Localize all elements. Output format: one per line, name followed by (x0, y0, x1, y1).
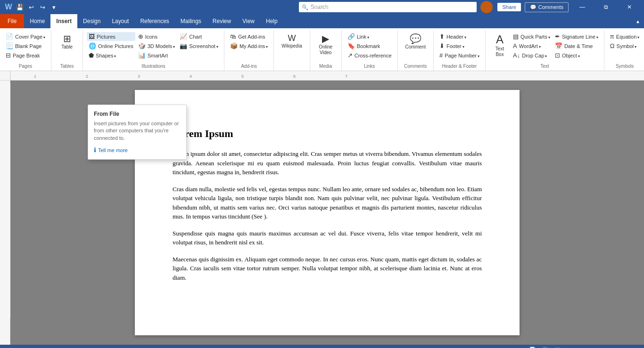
comment-button[interactable]: 💬 Comment (402, 32, 429, 52)
paragraph-1: Lorem ipsum dolor sit amet, consectetur … (173, 149, 482, 177)
close-button[interactable]: ✕ (619, 0, 640, 14)
bookmark-button[interactable]: 🔖 Bookmark (346, 41, 394, 50)
3d-models-button[interactable]: 🎲 3D Models▾ (136, 41, 177, 50)
signature-line-button[interactable]: ✒ Signature Line▾ (553, 32, 600, 41)
text-label: Text (489, 62, 600, 71)
save-icon[interactable]: 💾 (15, 2, 25, 12)
wordart-icon: A (513, 42, 517, 49)
shapes-button[interactable]: ⬟ Shapes▾ (87, 51, 135, 60)
paragraph-2: Cras diam nulla, molestie sed felis vel,… (173, 185, 482, 221)
ribbon-group-text: A TextBox ▤ Quick Parts▾ A WordArt▾ A↓ D… (486, 30, 604, 71)
tab-help[interactable]: Help (260, 14, 283, 28)
icons-icon: ⊕ (138, 33, 143, 40)
read-view-icon[interactable]: 📖 (553, 347, 561, 348)
header-icon: ⬆ (439, 33, 445, 40)
header-button[interactable]: ⬆ Header▾ (438, 32, 481, 41)
equation-button[interactable]: π Equation▾ (608, 32, 641, 41)
cross-reference-icon: ↗ (347, 52, 353, 59)
icons-button[interactable]: ⊕ Icons (136, 32, 177, 41)
comment-icon: 💬 (530, 4, 537, 10)
tab-view[interactable]: View (237, 14, 260, 28)
document-title: Lorem Ipsum (173, 128, 482, 140)
chart-button[interactable]: 📈 Chart (178, 32, 220, 41)
screenshot-button[interactable]: 📷 Screenshot▾ (178, 41, 220, 50)
word-icon[interactable]: W (4, 2, 13, 12)
smartart-button[interactable]: 📊 SmartArt (136, 51, 177, 60)
layout-view-icon[interactable]: 📄 (529, 347, 537, 348)
dropcap-button[interactable]: A↓ Drop Cap▾ (511, 51, 552, 60)
svg-text:4: 4 (190, 74, 192, 79)
link-button[interactable]: 🔗 Link▾ (346, 32, 394, 41)
online-pictures-icon: 🌐 (89, 42, 96, 49)
pictures-button[interactable]: 🖼 Pictures (87, 32, 135, 41)
redo-icon[interactable]: ↪ (38, 2, 47, 12)
cross-reference-button[interactable]: ↗ Cross-reference (346, 51, 394, 60)
date-time-button[interactable]: 📅 Date & Time (553, 41, 600, 50)
footer-icon: ⬇ (439, 42, 445, 49)
wordart-button[interactable]: A WordArt▾ (511, 41, 552, 50)
ribbon-tab-bar: File Home Insert Design Layout Reference… (0, 14, 644, 28)
wikipedia-button[interactable]: W Wikipedia (278, 32, 305, 51)
get-addins-button[interactable]: 🛍 Get Add-ins (228, 32, 270, 41)
tab-home[interactable]: Home (24, 14, 50, 28)
avatar[interactable] (480, 1, 493, 13)
textbox-button[interactable]: A TextBox (489, 32, 510, 59)
wikipedia-icon: W (288, 34, 296, 42)
illustrations-label: Illustrations (87, 62, 220, 71)
ribbon-content: 📄 Cover Page▾ 📃 Blank Page ⊟ Page Break … (0, 28, 644, 71)
page-break-button[interactable]: ⊟ Page Break (4, 51, 47, 60)
page-number-button[interactable]: # Page Number▾ (438, 51, 481, 60)
page-number-icon: # (439, 52, 443, 59)
ruler: 1 2 3 4 5 6 7 (0, 71, 644, 81)
table-button[interactable]: ⊞ Table (55, 32, 79, 52)
bookmark-icon: 🔖 (347, 42, 355, 49)
svg-text:6: 6 (293, 74, 296, 79)
tooltip-link[interactable]: ℹ Tell me more (94, 146, 181, 154)
tab-file[interactable]: File (0, 14, 24, 28)
page-break-icon: ⊟ (6, 52, 11, 59)
customize-qat-icon[interactable]: ▾ (49, 2, 58, 12)
document-page: Lorem Ipsum Lorem ipsum dolor sit amet, … (135, 90, 520, 335)
comments-label: Comments (402, 62, 429, 71)
date-time-icon: 📅 (555, 42, 562, 49)
web-view-icon[interactable]: 🌐 (541, 347, 549, 348)
tab-mailings[interactable]: Mailings (175, 14, 207, 28)
my-addins-icon: 📦 (230, 42, 238, 49)
ruler-corner (0, 71, 10, 80)
status-right: Focus 📄 🌐 📖 — + 120% (510, 347, 639, 348)
tab-references[interactable]: References (134, 14, 174, 28)
tab-insert[interactable]: Insert (50, 14, 77, 28)
svg-rect-0 (10, 71, 644, 80)
tooltip-title: From File (94, 111, 181, 117)
my-addins-button[interactable]: 📦 My Add-ins▾ (228, 41, 270, 50)
comments-button[interactable]: 💬 Comments (525, 2, 569, 12)
dropcap-icon: A↓ (513, 52, 520, 59)
share-button[interactable]: Share (497, 3, 520, 11)
tables-label: Tables (55, 62, 79, 71)
online-video-button[interactable]: ▶ OnlineVideo (314, 32, 338, 57)
online-pictures-button[interactable]: 🌐 Online Pictures (87, 41, 135, 50)
symbol-button[interactable]: Ω Symbol▾ (608, 41, 641, 50)
horizontal-ruler: 1 2 3 4 5 6 7 (10, 71, 644, 80)
tab-layout[interactable]: Layout (106, 14, 134, 28)
blank-page-button[interactable]: 📃 Blank Page (4, 41, 47, 50)
restore-button[interactable]: ⧉ (595, 0, 617, 14)
ribbon-group-comments: 💬 Comment Comments (398, 30, 434, 71)
status-bar: Page 1 of 2 912 words 6138 characters Fo… (0, 345, 644, 348)
tab-design[interactable]: Design (77, 14, 106, 28)
quick-parts-button[interactable]: ▤ Quick Parts▾ (511, 32, 552, 41)
shapes-icon: ⬟ (89, 52, 94, 59)
cover-page-button[interactable]: 📄 Cover Page▾ (4, 32, 47, 41)
footer-button[interactable]: ⬇ Footer▾ (438, 41, 481, 50)
quick-parts-icon: ▤ (513, 33, 519, 40)
ribbon-group-pages: 📄 Cover Page▾ 📃 Blank Page ⊟ Page Break … (0, 30, 51, 71)
ribbon-collapse-icon[interactable]: ▲ (636, 19, 640, 24)
minimize-button[interactable]: — (571, 0, 593, 14)
cover-page-icon: 📄 (6, 33, 13, 40)
tab-review[interactable]: Review (207, 14, 237, 28)
object-button[interactable]: ⊡ Object▾ (553, 51, 600, 60)
tooltip-description: Insert pictures from your computer or fr… (94, 120, 181, 142)
table-icon: ⊞ (63, 34, 71, 43)
media-label: Media (314, 62, 338, 71)
undo-icon[interactable]: ↩ (26, 2, 36, 12)
